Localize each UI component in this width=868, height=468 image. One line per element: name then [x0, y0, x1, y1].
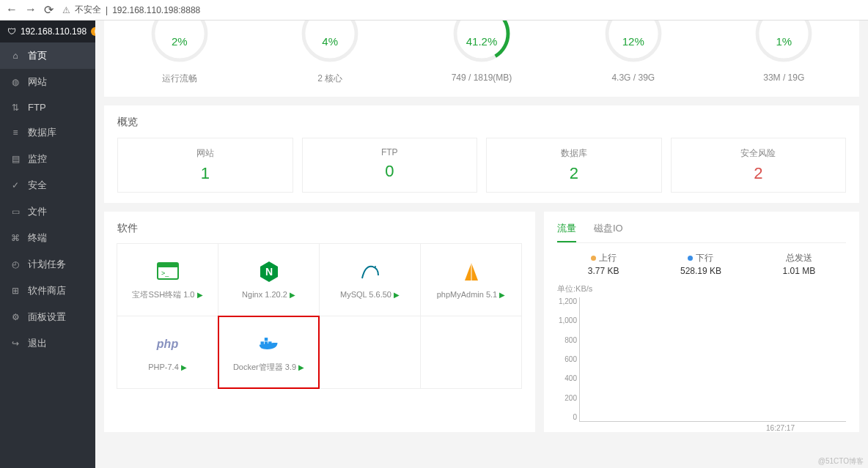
- home-icon: ⌂: [10, 51, 21, 61]
- svg-rect-19: [264, 338, 267, 341]
- gauge-item[interactable]: 41.2% 749 / 1819(MB): [452, 26, 512, 85]
- gauge-value: 41.2%: [452, 35, 511, 48]
- software-item-php[interactable]: phpPHP-7.4 ▶: [117, 316, 218, 389]
- play-icon: ▶: [298, 363, 304, 371]
- reload-button[interactable]: ⟳: [44, 3, 54, 17]
- globe-icon: ◍: [10, 77, 21, 87]
- chart-xlabel: 16:27:17: [766, 424, 795, 432]
- play-icon: ▶: [181, 363, 187, 371]
- software-item-docker[interactable]: Docker管理器 3.9 ▶: [218, 316, 320, 389]
- play-icon: ▶: [394, 291, 400, 299]
- insecure-icon: ⚠: [62, 5, 70, 15]
- software-card: 软件 >_宝塔SSH终端 1.0 ▶NNginx 1.20.2 ▶MySQL 5…: [104, 212, 535, 432]
- sidebar-item-globe[interactable]: ◍网站: [0, 69, 95, 95]
- software-label: PHP-7.4 ▶: [148, 363, 187, 371]
- gauge-item[interactable]: 12% 4.3G / 39G: [604, 26, 663, 85]
- gauge-label: 749 / 1819(MB): [452, 73, 512, 83]
- software-item-nginx[interactable]: NNginx 1.20.2 ▶: [218, 243, 320, 316]
- gear-icon: ⚙: [10, 312, 21, 322]
- stat-value: 528.19 KB: [680, 266, 721, 276]
- php-icon: php: [157, 333, 179, 355]
- overview-item[interactable]: FTP0: [302, 138, 478, 193]
- overview-item[interactable]: 网站1: [117, 138, 293, 193]
- exit-icon: ↪: [10, 338, 21, 349]
- tab-diskio[interactable]: 磁盘IO: [594, 222, 623, 242]
- overview-item[interactable]: 数据库2: [486, 138, 662, 193]
- gauge-item[interactable]: 4% 2 核心: [301, 26, 359, 85]
- gauge-value: 2%: [150, 35, 209, 48]
- chart-unit: 单位:KB/s: [557, 283, 846, 294]
- overview-value: 2: [672, 164, 846, 183]
- software-title: 软件: [117, 222, 522, 235]
- sidebar-item-label: 网站: [28, 75, 47, 89]
- clock-icon: ◴: [10, 259, 21, 270]
- software-label: phpMyAdmin 5.1 ▶: [437, 290, 506, 299]
- gauge-value: 12%: [604, 35, 663, 48]
- sidebar-item-label: 数据库: [28, 126, 56, 139]
- sidebar-item-label: 计划任务: [28, 258, 66, 271]
- ssh-icon: >_: [157, 260, 179, 282]
- sidebar-item-ftp[interactable]: ⇅FTP: [0, 95, 95, 119]
- gauge-item[interactable]: 2% 运行流畅: [150, 26, 209, 85]
- software-empty: [319, 316, 421, 389]
- ytick: 600: [556, 355, 577, 363]
- ytick: 800: [556, 336, 577, 344]
- gauge-item[interactable]: 1% 33M / 19G: [754, 26, 813, 85]
- software-item-ssh[interactable]: >_宝塔SSH终端 1.0 ▶: [117, 243, 218, 316]
- play-icon: ▶: [499, 291, 505, 299]
- pma-icon: [460, 261, 482, 283]
- sidebar-item-terminal[interactable]: ⌘终端: [0, 225, 95, 251]
- stat-value: 3.77 KB: [588, 266, 619, 276]
- insecure-label: 不安全: [75, 4, 101, 16]
- sidebar-item-monitor[interactable]: ▤监控: [0, 146, 95, 172]
- sidebar-item-label: 监控: [28, 152, 47, 166]
- sidebar-item-folder[interactable]: ▭文件: [0, 198, 95, 225]
- software-item-mysql[interactable]: MySQL 5.6.50 ▶: [319, 243, 421, 316]
- main-content: 2% 运行流畅 4% 2 核心 41.2% 749 / 1819(MB) 12%…: [95, 21, 868, 468]
- sidebar-item-db[interactable]: ≡数据库: [0, 119, 95, 146]
- sidebar-item-clock[interactable]: ◴计划任务: [0, 251, 95, 278]
- overview-item[interactable]: 安全风险2: [671, 138, 847, 193]
- server-ip: 192.168.110.198: [21, 26, 87, 37]
- play-icon: ▶: [197, 291, 203, 299]
- dot-icon: [591, 256, 596, 261]
- overview-value: 1: [118, 164, 293, 183]
- url-text[interactable]: 192.168.110.198:8888: [112, 5, 200, 15]
- software-label: Docker管理器 3.9 ▶: [233, 362, 304, 373]
- gauge-label: 运行流畅: [162, 73, 197, 85]
- apps-icon: ⊞: [10, 286, 21, 296]
- back-button[interactable]: ←: [6, 3, 18, 17]
- software-empty: [420, 316, 522, 389]
- sidebar-item-home[interactable]: ⌂首页: [0, 42, 95, 69]
- overview-label: 数据库: [487, 147, 661, 160]
- software-label: Nginx 1.20.2 ▶: [242, 290, 295, 299]
- sidebar-item-apps[interactable]: ⊞软件商店: [0, 278, 95, 304]
- ip-bar[interactable]: 🛡 192.168.110.198 0: [0, 21, 95, 42]
- svg-text:>_: >_: [161, 270, 169, 277]
- gauge-value: 4%: [301, 35, 359, 48]
- overview-label: 安全风险: [672, 147, 846, 160]
- tab-traffic[interactable]: 流量: [557, 222, 576, 242]
- db-icon: ≡: [10, 127, 21, 138]
- overview-value: 2: [487, 164, 661, 183]
- sidebar-item-shield[interactable]: ✓安全: [0, 172, 95, 198]
- stat-label: 上行: [599, 253, 617, 263]
- gauge-value: 1%: [754, 35, 813, 48]
- sidebar-item-exit[interactable]: ↪退出: [0, 330, 95, 357]
- gauge-label: 4.3G / 39G: [611, 73, 655, 83]
- net-stat: 下行528.19 KB: [680, 252, 721, 276]
- forward-button[interactable]: →: [25, 3, 37, 17]
- dot-icon: [688, 256, 693, 261]
- shield-icon: 🛡: [7, 26, 16, 37]
- software-item-pma[interactable]: phpMyAdmin 5.1 ▶: [420, 243, 522, 316]
- sidebar-item-label: 面板设置: [28, 311, 66, 324]
- net-stat: 总发送1.01 MB: [783, 252, 816, 276]
- watermark: @51CTO博客: [818, 456, 864, 467]
- sidebar-item-gear[interactable]: ⚙面板设置: [0, 304, 95, 330]
- svg-rect-11: [158, 263, 178, 267]
- traffic-chart: 1,2001,0008006004002000 16:27:17: [579, 297, 846, 422]
- play-icon: ▶: [290, 291, 295, 299]
- stat-label: 总发送: [786, 253, 812, 263]
- overview-card: 概览 网站1FTP0数据库2安全风险2: [104, 105, 859, 203]
- gauge-label: 33M / 19G: [763, 73, 804, 83]
